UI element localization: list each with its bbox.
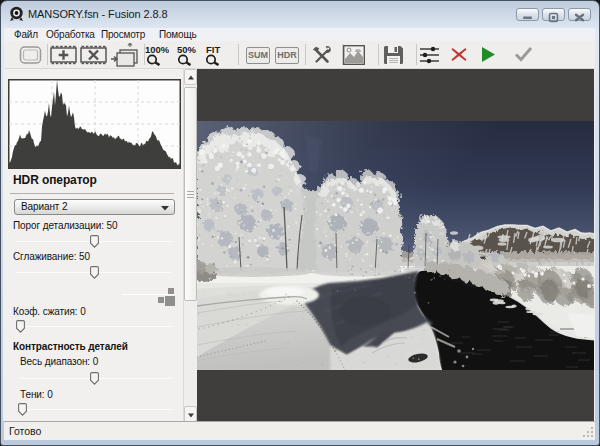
svg-text:100%: 100% <box>145 44 169 55</box>
svg-text:50%: 50% <box>177 44 197 55</box>
svg-text:FIT: FIT <box>206 44 220 55</box>
